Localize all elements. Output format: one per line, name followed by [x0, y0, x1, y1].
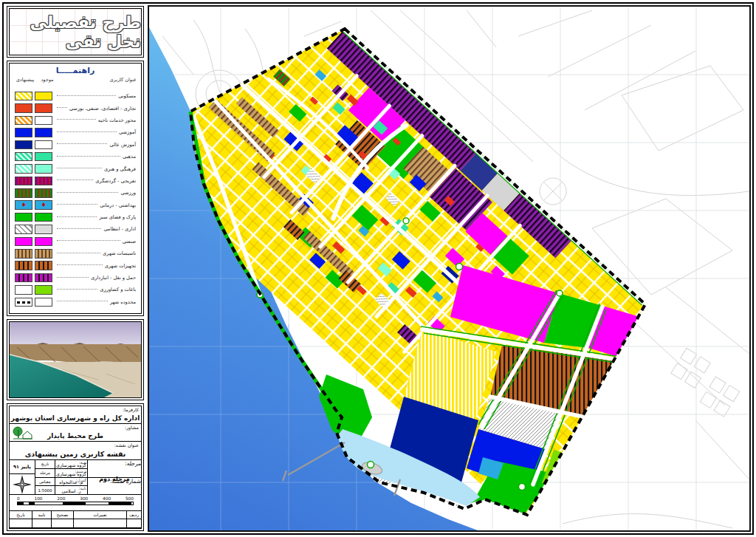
legend-swatch-existing: [35, 285, 52, 295]
client-label: کارفرما:: [123, 407, 139, 412]
legend-item-label: تفریحی - گردشگری: [95, 178, 136, 184]
legend-swatch-proposed: ♦: [15, 200, 32, 210]
legend-item-label: فرهنگی و هنری: [104, 166, 136, 172]
legend-leader: [57, 203, 97, 205]
phase-cell: مرحله: مرحله دوم: [88, 460, 141, 478]
scalebar-tick: 300: [80, 496, 88, 501]
scalebar-tick: 100: [34, 496, 42, 501]
legend-item-label: آموزشی: [119, 129, 136, 135]
legend-rows: مسکونیتجاری - اقتصادی، صنفی، بورسیمحور خ…: [11, 90, 140, 312]
consultant-row: مشاور: طرح محیط پایدار: [10, 424, 141, 442]
health-diamond-icon: ♦: [35, 201, 52, 209]
legend-item-label: اداری - انتظامی: [103, 226, 136, 232]
legend-item: تجاری - اقتصادی، صنفی، بورسی: [11, 102, 140, 114]
legend-item: محور خدمات ناحیه: [11, 114, 140, 126]
scalebar-segment: [109, 502, 131, 504]
legend-leader: [57, 228, 101, 229]
legend-item-label: باغات و کشاورزی: [100, 287, 136, 293]
date-compass-column: پاییز ۹۱: [10, 460, 35, 494]
mini-cell: مرحله: [35, 469, 55, 478]
scalebar-tick: 0: [17, 496, 20, 501]
legend-leader: [57, 131, 117, 132]
legend-swatch-proposed: [15, 285, 32, 295]
scalebar: [17, 502, 134, 505]
legend-swatch-proposed: [15, 225, 32, 234]
consultant-label: مشاور:: [125, 425, 139, 430]
mini-cell: مقیاس: [35, 478, 55, 487]
legend-item-label: صنعتی: [123, 239, 136, 244]
consultant-logo: [12, 425, 34, 439]
scalebar-segment: [18, 502, 24, 504]
legend-leader: [57, 95, 116, 96]
legend-col-proposed: پیشنهادی: [14, 77, 36, 83]
legend-col-existing: موجود: [36, 77, 58, 83]
revision-empty-row: [10, 519, 141, 527]
legend-item-label: مذهبی: [123, 154, 136, 160]
credit-role: تایید:: [78, 486, 86, 490]
legend-swatch-existing: [35, 188, 52, 198]
legend-swatch-proposed: [15, 188, 32, 198]
credit-role: تهیه:: [79, 460, 86, 465]
scalebar-segment: [86, 502, 109, 504]
legend-leader: [57, 118, 96, 120]
legend-swatch-existing: [35, 237, 52, 247]
legend-leader: [57, 239, 120, 241]
legend-block: راهنمـــــا عنوان کاربری موجود پیشنهادی …: [7, 61, 144, 316]
map-panel: [148, 5, 751, 532]
legend-item: باغات و کشاورزی: [11, 284, 140, 295]
health-diamond-icon: ♦: [16, 201, 32, 209]
info-block: کارفرما: اداره کل راه و شهرسازی استان بو…: [7, 403, 144, 531]
revision-empty-cell: [10, 519, 32, 527]
legend-swatch-existing: [35, 249, 52, 259]
legend-item-label: محدوده شهر: [110, 299, 136, 305]
legend-item-label: بهداشتی - درمانی: [100, 202, 136, 208]
credits-table: تهیه:گروه شهرسازیترسیم:گروه شهرسازیکنترل…: [55, 460, 87, 494]
legend-swatch-existing: [35, 116, 52, 126]
legend-leader: [57, 264, 103, 265]
scalebar-segment: [29, 502, 35, 504]
legend-item: تاسیسات شهری: [11, 247, 140, 259]
legend-item-label: تجاری - اقتصادی، صنفی، بورسی: [69, 106, 136, 112]
legend-item: حمل و نقل - انبارداری: [11, 272, 140, 284]
credit-role: ترسیم:: [75, 469, 86, 473]
legend-item: محدوده شهر: [11, 296, 140, 308]
credit-row: تهیه:گروه شهرسازی: [55, 460, 87, 469]
client-name: اداره کل راه و شهرسازی استان بوشهر: [10, 406, 141, 423]
scalebar-segment: [24, 502, 30, 504]
credit-role: کنترل:: [76, 478, 86, 482]
legend-item: فرهنگی و هنری: [11, 163, 140, 174]
sidebar: طرح تفصیلی نخل تقی راهنمـــــا عنوان کار…: [7, 6, 145, 531]
legend-item-label: ورزشی: [120, 190, 136, 196]
legend-swatch-existing: [35, 273, 52, 283]
legend-swatch-proposed: [15, 249, 32, 259]
aerial-photo: [10, 322, 141, 397]
revision-empty-cell: [51, 528, 73, 530]
legend-swatch-proposed: [15, 103, 32, 113]
scalebar-segment: [40, 502, 63, 504]
revision-empty-row: [10, 528, 141, 530]
mini-cell: 1:5000: [35, 486, 55, 494]
phase-column: مرحله: مرحله دوم شماره نقشه:: [87, 460, 141, 494]
legend-swatch-existing: [35, 298, 52, 307]
legend-item-label: حمل و نقل - انبارداری: [91, 275, 136, 281]
legend-swatch-existing: [35, 177, 52, 186]
legend-leader: [57, 252, 100, 253]
legend-leader: [57, 143, 107, 144]
legend-swatch-proposed: [15, 261, 32, 270]
client-row: کارفرما: اداره کل راه و شهرسازی استان بو…: [10, 406, 141, 424]
revision-empty-cell: [73, 528, 126, 530]
legend-leader: [57, 276, 89, 278]
legend-item-label: آموزش عالی: [109, 142, 136, 148]
legend-item: اداری - انتظامی: [11, 223, 140, 235]
legend-leader: [57, 106, 67, 108]
credit-row: ترسیم:گروه شهرسازی: [55, 469, 87, 478]
legend-item-label: تجهیزات شهری: [105, 263, 136, 269]
legend-swatch-existing: [35, 225, 52, 234]
north-arrow-icon: [13, 475, 32, 494]
legend-swatch-proposed: [15, 152, 32, 162]
legend-swatch-existing: [35, 261, 52, 270]
legend-swatch-existing: [35, 140, 52, 150]
legend-column-headers: عنوان کاربری موجود پیشنهادی: [10, 75, 141, 83]
revision-empty-cell: [126, 519, 141, 527]
legend-item-label: تاسیسات شهری: [103, 250, 136, 256]
